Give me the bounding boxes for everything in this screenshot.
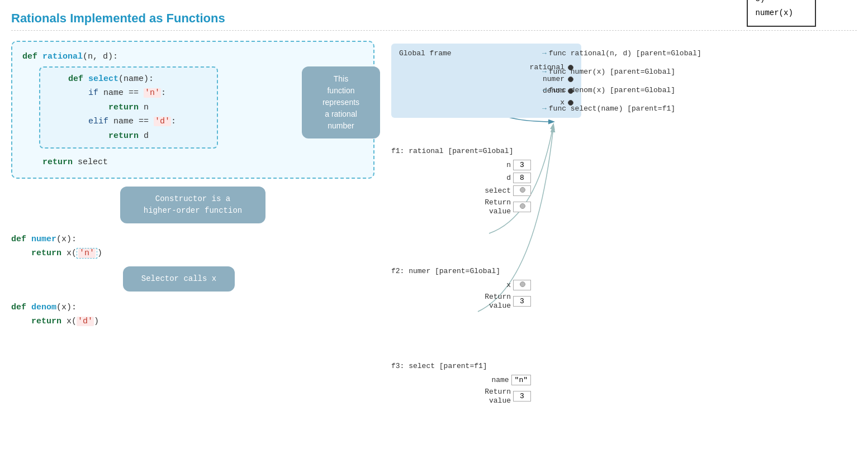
code-line-rational-def: def rational(n, d): [22, 50, 363, 64]
f2-dot-x [520, 281, 525, 287]
left-panel: def rational(n, d): def select(name): if… [11, 41, 374, 329]
right-panel: Global frame rational numer denom [391, 41, 857, 44]
callout-constructor: Constructor is a higher-order function [120, 187, 265, 223]
f3-title: f3: select [parent=f1] [391, 362, 531, 370]
f1-label-select: select [468, 187, 513, 195]
str-d-2: 'd' [77, 317, 94, 326]
kw-def-2: def [68, 74, 83, 84]
str-n: 'n' [144, 88, 161, 98]
code-line-if: if name == 'n': [48, 86, 209, 101]
f1-label-n: n [468, 161, 513, 169]
callout-constructor-text: Constructor is a higher-order function [144, 194, 242, 215]
func-labels-col: →func rational(n, d) [parent=Global] →fu… [542, 49, 701, 113]
code-line-elif: elif name == 'd': [48, 114, 209, 129]
func-label-denom: →func denom(x) [parent=Global] [542, 86, 701, 94]
callout-selector-text: Selector calls x [141, 274, 216, 283]
result-line-1: x = rational(3, 8) [756, 0, 807, 6]
global-frame: Global frame rational numer denom [391, 44, 525, 128]
inner-box: def select(name): if name == 'n': return… [39, 66, 218, 149]
f1-row-return: Returnvalue [391, 198, 531, 216]
page-container: Rationals Implemented as Functions def r… [11, 11, 857, 329]
f1-value-d: 8 [513, 173, 531, 183]
func-label-numer: →func numer(x) [parent=Global] [542, 68, 701, 76]
f2-title: f2: numer [parent=Global] [391, 267, 531, 275]
code-line-return-d: return d [48, 129, 209, 144]
code-line-numer-def: def numer(x): [11, 232, 374, 247]
kw-return-1: return [108, 103, 139, 112]
code-section-numer: def numer(x): return x('n') [11, 232, 374, 261]
f1-row-d: d 8 [391, 173, 531, 183]
kw-return-5: return [31, 317, 61, 326]
f1-value-n: 3 [513, 160, 531, 170]
code-line-denom-return: return x('d') [11, 314, 374, 329]
kw-elif: elif [88, 117, 108, 126]
kw-return-2: return [108, 131, 139, 141]
f3-row-name: name "n" [391, 375, 531, 385]
f1-row-select: select [391, 185, 531, 196]
kw-return-4: return [31, 249, 61, 258]
f2-value-return: 3 [513, 296, 531, 307]
page-title: Rationals Implemented as Functions [11, 11, 857, 31]
f1-value-select [513, 185, 531, 196]
kw-def-1: def [22, 52, 37, 61]
f1-label-return: Returnvalue [468, 198, 513, 216]
result-line-2: numer(x) [756, 6, 807, 20]
func-label-rational: →func rational(n, d) [parent=Global] [542, 49, 701, 58]
fn-denom: denom [31, 303, 56, 312]
f1-title: f1: rational [parent=Global] [391, 147, 531, 155]
code-area: def rational(n, d): def select(name): if… [11, 41, 374, 329]
f2-value-x [513, 280, 531, 290]
f1-frame: f1: rational [parent=Global] n 3 d 8 sel… [391, 147, 531, 218]
f2-label-return: Returnvalue [468, 293, 513, 310]
code-line-denom-def: def denom(x): [11, 300, 374, 315]
f3-frame: f3: select [parent=f1] name "n" Returnva… [391, 362, 531, 407]
kw-def-3: def [11, 235, 26, 244]
main-content: def rational(n, d): def select(name): if… [11, 41, 857, 329]
f2-label-x: x [468, 281, 513, 289]
f1-value-return [513, 202, 531, 212]
f1-dot-select [520, 187, 525, 193]
fn-numer: numer [31, 235, 56, 244]
code-section-denom: def denom(x): return x('d') [11, 300, 374, 329]
f1-dot-return [520, 203, 525, 209]
f3-value-name: "n" [511, 375, 531, 385]
fn-rational: rational [42, 52, 83, 61]
kw-return-3: return [42, 157, 73, 167]
kw-if: if [88, 88, 98, 98]
code-line-return-select: return select [22, 155, 363, 170]
f2-row-return: Returnvalue 3 [391, 293, 531, 310]
f3-value-return: 3 [513, 391, 531, 402]
f1-row-n: n 3 [391, 160, 531, 170]
code-line-numer-return: return x('n') [11, 246, 374, 261]
str-d: 'd' [154, 117, 171, 126]
func-label-select: →func select(name) [parent=f1] [542, 104, 701, 113]
rational-params: (n, d): [83, 52, 118, 61]
f1-label-d: d [468, 174, 513, 182]
str-n-2: 'n' [78, 249, 96, 258]
outer-box: def rational(n, d): def select(name): if… [11, 41, 374, 179]
callout-selector: Selector calls x [123, 266, 235, 292]
f3-label-return: Returnvalue [468, 388, 513, 405]
code-line-select-def: def select(name): [48, 72, 209, 87]
fn-select: select [88, 74, 118, 84]
f2-frame: f2: numer [parent=Global] x Returnvalue … [391, 267, 531, 312]
f3-row-return: Returnvalue 3 [391, 388, 531, 405]
f3-label-name: name [467, 376, 511, 384]
callout-rational: This function represents a rational numb… [302, 66, 380, 138]
select-params: (name): [118, 74, 154, 84]
f2-row-x: x [391, 280, 531, 290]
callout-rational-text: This function represents a rational numb… [322, 74, 359, 130]
result-box: x = rational(3, 8) numer(x) [747, 0, 816, 27]
code-line-return-n: return n [48, 101, 209, 115]
kw-def-4: def [11, 303, 26, 312]
